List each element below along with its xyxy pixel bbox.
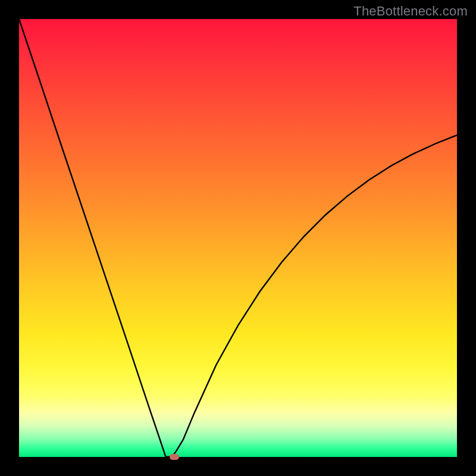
chart-plot-area: [19, 19, 457, 457]
bottleneck-curve: [19, 19, 457, 457]
optimal-point-marker: [170, 454, 179, 460]
watermark-text: TheBottleneck.com: [353, 4, 468, 19]
